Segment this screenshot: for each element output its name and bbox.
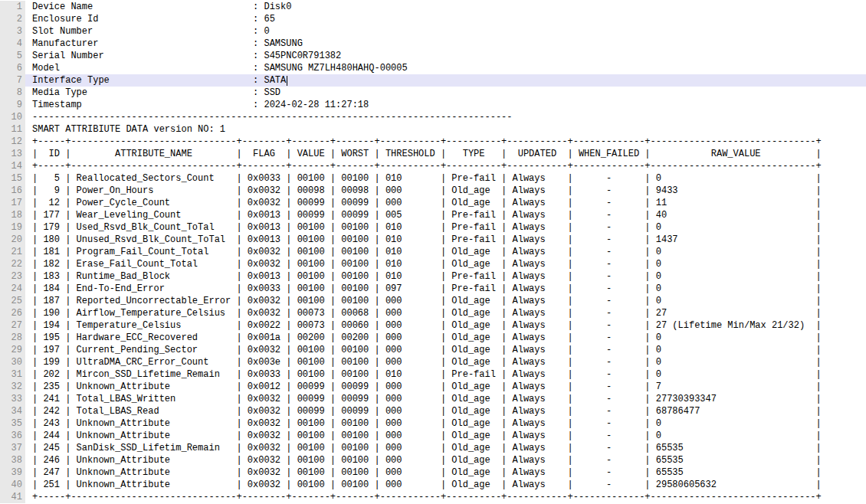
editor-current-line-text[interactable]: Interface Type : SATA (25, 74, 866, 87)
editor-line: 17| 12 | Power_Cycle_Count | 0x0032 | 00… (0, 197, 866, 209)
editor-line-text[interactable]: | 246 | Unknown_Attribute | 0x0032 | 001… (25, 454, 866, 466)
line-number: 25 (0, 295, 25, 307)
line-number: 18 (0, 209, 25, 221)
editor-line-text[interactable]: | 180 | Unused_Rsvd_Blk_Count_ToTal | 0x… (25, 234, 866, 246)
editor-line-text[interactable]: +-----+------------------------------+--… (25, 491, 866, 503)
editor-line: 40| 251 | Unknown_Attribute | 0x0032 | 0… (0, 479, 866, 491)
editor-line-text[interactable]: | 199 | UltraDMA_CRC_Error_Count | 0x003… (25, 356, 866, 368)
line-number: 14 (0, 160, 25, 172)
line-number: 20 (0, 234, 25, 246)
line-number: 24 (0, 283, 25, 295)
editor-line-text[interactable]: | 182 | Erase_Fail_Count_Total | 0x0032 … (25, 258, 866, 270)
line-number: 26 (0, 307, 25, 319)
line-number: 39 (0, 466, 25, 479)
line-number: 37 (0, 442, 25, 454)
editor-line: 34| 242 | Total_LBAS_Read | 0x0032 | 000… (0, 405, 866, 417)
line-number: 40 (0, 479, 25, 491)
editor-line-text[interactable]: | 244 | Unknown_Attribute | 0x0032 | 001… (25, 430, 866, 442)
editor-line-text[interactable]: Manufacturer : SAMSUNG (25, 38, 866, 50)
line-number: 30 (0, 356, 25, 368)
editor-line-text[interactable]: | 241 | Total_LBAS_Written | 0x0032 | 00… (25, 393, 866, 405)
line-number: 36 (0, 430, 25, 442)
editor-lines: 1Device Name : Disk02Enclosure Id : 653S… (0, 1, 866, 503)
editor-line-text[interactable]: Device Name : Disk0 (25, 1, 866, 13)
editor-line: 15| 5 | Reallocated_Sectors_Count | 0x00… (0, 172, 866, 185)
editor-line-text[interactable]: | 197 | Current_Pending_Sector | 0x0032 … (25, 344, 866, 356)
editor-line-text[interactable]: | 9 | Power_On_Hours | 0x0032 | 00098 | … (25, 185, 866, 197)
editor-line: 7Interface Type : SATA (0, 74, 866, 87)
line-number: 35 (0, 417, 25, 430)
line-number: 19 (0, 221, 25, 234)
editor-line: 19| 179 | Used_Rsvd_Blk_Count_ToTal | 0x… (0, 221, 866, 234)
editor-line-text[interactable]: SMART ATTRIBIUTE DATA version NO: 1 (25, 123, 866, 136)
editor-line: 33| 241 | Total_LBAS_Written | 0x0032 | … (0, 393, 866, 405)
editor-line: 21| 181 | Program_Fail_Count_Total | 0x0… (0, 246, 866, 258)
line-number: 31 (0, 368, 25, 381)
editor-line-text[interactable]: +-----+------------------------------+--… (25, 160, 866, 172)
editor-line: 18| 177 | Wear_Leveling_Count | 0x0013 |… (0, 209, 866, 221)
editor-line: 16| 9 | Power_On_Hours | 0x0032 | 00098 … (0, 185, 866, 197)
editor-line: 29| 197 | Current_Pending_Sector | 0x003… (0, 344, 866, 356)
line-number: 32 (0, 381, 25, 393)
editor-line: 11SMART ATTRIBIUTE DATA version NO: 1 (0, 123, 866, 136)
editor-line-text[interactable]: | 245 | SanDisk_SSD_Lifetim_Remain | 0x0… (25, 442, 866, 454)
editor-line-text[interactable]: | 235 | Unknown_Attribute | 0x0012 | 000… (25, 381, 866, 393)
editor-line-text[interactable]: | 194 | Temperature_Celsius | 0x0022 | 0… (25, 319, 866, 332)
editor-line-text[interactable]: | 12 | Power_Cycle_Count | 0x0032 | 0009… (25, 197, 866, 209)
text-caret (287, 76, 287, 86)
editor-line-text[interactable]: | 5 | Reallocated_Sectors_Count | 0x0033… (25, 172, 866, 185)
editor-line: 3Slot Number : 0 (0, 25, 866, 38)
editor-line: 10--------------------------------------… (0, 111, 866, 123)
line-number: 7 (0, 74, 25, 87)
editor-line-text[interactable]: | 242 | Total_LBAS_Read | 0x0032 | 00099… (25, 405, 866, 417)
editor-line: 25| 187 | Reported_Uncorrectable_Error |… (0, 295, 866, 307)
editor-line: 39| 247 | Unknown_Attribute | 0x0032 | 0… (0, 466, 866, 479)
editor-line-text[interactable]: | 247 | Unknown_Attribute | 0x0032 | 001… (25, 466, 866, 479)
editor-line: 13| ID | ATTRIBUTE_NAME | FLAG | VALUE |… (0, 148, 866, 160)
editor-line: 36| 244 | Unknown_Attribute | 0x0032 | 0… (0, 430, 866, 442)
line-number: 27 (0, 319, 25, 332)
editor-line: 35| 243 | Unknown_Attribute | 0x0032 | 0… (0, 417, 866, 430)
line-number: 23 (0, 270, 25, 283)
editor-line: 20| 180 | Unused_Rsvd_Blk_Count_ToTal | … (0, 234, 866, 246)
editor-line: 26| 190 | Airflow_Temperature_Celsius | … (0, 307, 866, 319)
editor-line-text[interactable]: | 177 | Wear_Leveling_Count | 0x0013 | 0… (25, 209, 866, 221)
line-number: 41 (0, 491, 25, 503)
editor-line-text[interactable]: | 202 | Mircon_SSD_Lifetime_Remain | 0x0… (25, 368, 866, 381)
editor-line-text[interactable]: | 187 | Reported_Uncorrectable_Error | 0… (25, 295, 866, 307)
line-number: 11 (0, 123, 25, 136)
editor-line-text[interactable]: Model : SAMSUNG MZ7LH480HAHQ-00005 (25, 62, 866, 74)
editor-line-text[interactable]: | 184 | End-To-End_Error | 0x0033 | 0010… (25, 283, 866, 295)
editor-line: 12+-----+------------------------------+… (0, 136, 866, 148)
text-editor: 1Device Name : Disk02Enclosure Id : 653S… (0, 0, 866, 504)
editor-line-text[interactable]: | 181 | Program_Fail_Count_Total | 0x003… (25, 246, 866, 258)
line-number: 21 (0, 246, 25, 258)
editor-line-text[interactable]: | 195 | Hardware_ECC_Recovered | 0x001a … (25, 332, 866, 344)
editor-line-text[interactable]: | 179 | Used_Rsvd_Blk_Count_ToTal | 0x00… (25, 221, 866, 234)
editor-line-text[interactable]: ----------------------------------------… (25, 111, 866, 123)
line-number: 17 (0, 197, 25, 209)
line-number: 28 (0, 332, 25, 344)
editor-line-text[interactable]: Media Type : SSD (25, 87, 866, 99)
editor-line-text[interactable]: Serial Number : S45PNC0R791382 (25, 50, 866, 62)
editor-line: 9Timestamp : 2024-02-28 11:27:18 (0, 99, 866, 111)
editor-line-text[interactable]: Slot Number : 0 (25, 25, 866, 38)
editor-line-text[interactable]: | ID | ATTRIBUTE_NAME | FLAG | VALUE | W… (25, 148, 866, 160)
line-number: 29 (0, 344, 25, 356)
editor-line-text[interactable]: | 251 | Unknown_Attribute | 0x0032 | 001… (25, 479, 866, 491)
editor-line: 2Enclosure Id : 65 (0, 13, 866, 25)
line-number: 5 (0, 50, 25, 62)
line-number: 8 (0, 87, 25, 99)
editor-line: 8Media Type : SSD (0, 87, 866, 99)
editor-line-text[interactable]: | 183 | Runtime_Bad_Block | 0x0013 | 001… (25, 270, 866, 283)
editor-line: 32| 235 | Unknown_Attribute | 0x0012 | 0… (0, 381, 866, 393)
editor-line-text[interactable]: Enclosure Id : 65 (25, 13, 866, 25)
editor-line-text[interactable]: | 190 | Airflow_Temperature_Celsius | 0x… (25, 307, 866, 319)
editor-line-text[interactable]: +-----+------------------------------+--… (25, 136, 866, 148)
editor-line-text[interactable]: Timestamp : 2024-02-28 11:27:18 (25, 99, 866, 111)
editor-line-text[interactable]: | 243 | Unknown_Attribute | 0x0032 | 001… (25, 417, 866, 430)
line-number: 1 (0, 1, 25, 13)
line-number: 34 (0, 405, 25, 417)
line-number: 3 (0, 25, 25, 38)
editor-line: 4Manufacturer : SAMSUNG (0, 38, 866, 50)
